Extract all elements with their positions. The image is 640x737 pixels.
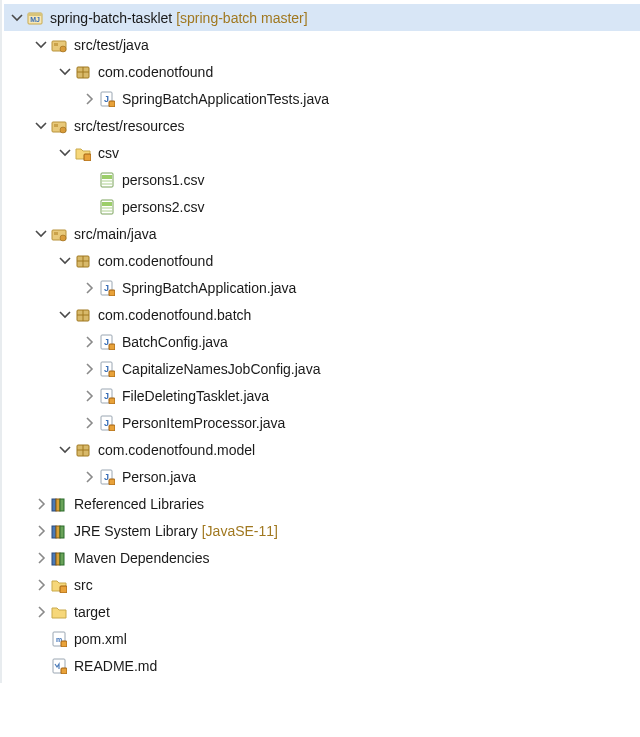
chevron-right-icon[interactable] — [34, 497, 48, 511]
package-icon — [74, 441, 92, 459]
java-file-icon — [98, 414, 116, 432]
tree-label: PersonItemProcessor.java — [122, 415, 285, 431]
tree-label: FileDeletingTasklet.java — [122, 388, 269, 404]
library-icon — [50, 495, 68, 513]
java-file[interactable]: Person.java — [4, 463, 640, 490]
maven-dependencies[interactable]: Maven Dependencies — [4, 544, 640, 571]
jre-system-library[interactable]: JRE System Library [JavaSE-11] — [4, 517, 640, 544]
chevron-down-icon[interactable] — [34, 227, 48, 241]
java-file-icon — [98, 90, 116, 108]
library-icon — [50, 549, 68, 567]
tree-label: JRE System Library — [74, 523, 198, 539]
csv-file-icon — [98, 171, 116, 189]
folder-icon — [50, 576, 68, 594]
tree-label: Maven Dependencies — [74, 550, 209, 566]
java-file-icon — [98, 360, 116, 378]
markdown-file-icon — [50, 657, 68, 675]
tree-label: com.codenotfound — [98, 253, 213, 269]
project-root[interactable]: spring-batch-tasklet [spring-batch maste… — [4, 4, 640, 31]
tree-label: src/test/resources — [74, 118, 184, 134]
java-file-icon — [98, 387, 116, 405]
source-folder-icon — [50, 36, 68, 54]
package-node[interactable]: com.codenotfound — [4, 58, 640, 85]
chevron-down-icon[interactable] — [34, 38, 48, 52]
chevron-right-icon[interactable] — [82, 281, 96, 295]
tree-label: src — [74, 577, 93, 593]
tree-label: persons1.csv — [122, 172, 204, 188]
referenced-libraries[interactable]: Referenced Libraries — [4, 490, 640, 517]
chevron-right-icon[interactable] — [34, 605, 48, 619]
source-folder-icon — [50, 225, 68, 243]
chevron-right-icon[interactable] — [82, 389, 96, 403]
package-explorer: spring-batch-tasklet [spring-batch maste… — [0, 0, 640, 683]
java-file-icon — [98, 333, 116, 351]
tree-label: persons2.csv — [122, 199, 204, 215]
source-folder-test-resources[interactable]: src/test/resources — [4, 112, 640, 139]
library-icon — [50, 522, 68, 540]
tree-label: CapitalizeNamesJobConfig.java — [122, 361, 320, 377]
chevron-down-icon[interactable] — [58, 254, 72, 268]
java-file[interactable]: SpringBatchApplicationTests.java — [4, 85, 640, 112]
source-folder-main-java[interactable]: src/main/java — [4, 220, 640, 247]
chevron-down-icon[interactable] — [58, 65, 72, 79]
folder-icon — [74, 144, 92, 162]
package-icon — [74, 63, 92, 81]
package-node[interactable]: com.codenotfound.batch — [4, 301, 640, 328]
chevron-down-icon[interactable] — [58, 308, 72, 322]
tree-label: com.codenotfound.model — [98, 442, 255, 458]
tree-label: SpringBatchApplicationTests.java — [122, 91, 329, 107]
java-file-icon — [98, 468, 116, 486]
java-file[interactable]: BatchConfig.java — [4, 328, 640, 355]
xml-file-icon — [50, 630, 68, 648]
chevron-down-icon[interactable] — [34, 119, 48, 133]
tree-label: csv — [98, 145, 119, 161]
chevron-right-icon[interactable] — [82, 92, 96, 106]
tree-label: com.codenotfound.batch — [98, 307, 251, 323]
git-decorator: [spring-batch master] — [176, 10, 308, 26]
tree-label: pom.xml — [74, 631, 127, 647]
jre-decorator: [JavaSE-11] — [202, 523, 278, 539]
tree-label: Referenced Libraries — [74, 496, 204, 512]
chevron-right-icon[interactable] — [34, 524, 48, 538]
folder-icon — [50, 603, 68, 621]
folder-csv[interactable]: csv — [4, 139, 640, 166]
source-folder-icon — [50, 117, 68, 135]
csv-file[interactable]: persons2.csv — [4, 193, 640, 220]
tree-label: src/test/java — [74, 37, 149, 53]
tree-label: README.md — [74, 658, 157, 674]
source-folder-test-java[interactable]: src/test/java — [4, 31, 640, 58]
chevron-right-icon[interactable] — [34, 578, 48, 592]
java-file[interactable]: FileDeletingTasklet.java — [4, 382, 640, 409]
csv-file-icon — [98, 198, 116, 216]
package-icon — [74, 306, 92, 324]
tree-label: src/main/java — [74, 226, 156, 242]
csv-file[interactable]: persons1.csv — [4, 166, 640, 193]
chevron-right-icon[interactable] — [82, 335, 96, 349]
chevron-right-icon[interactable] — [82, 362, 96, 376]
java-file[interactable]: SpringBatchApplication.java — [4, 274, 640, 301]
chevron-down-icon[interactable] — [10, 11, 24, 25]
tree-label: SpringBatchApplication.java — [122, 280, 296, 296]
java-file[interactable]: PersonItemProcessor.java — [4, 409, 640, 436]
project-icon — [26, 9, 44, 27]
chevron-down-icon[interactable] — [58, 146, 72, 160]
file-pom[interactable]: pom.xml — [4, 625, 640, 652]
java-file[interactable]: CapitalizeNamesJobConfig.java — [4, 355, 640, 382]
package-node[interactable]: com.codenotfound.model — [4, 436, 640, 463]
tree-label: Person.java — [122, 469, 196, 485]
chevron-right-icon[interactable] — [82, 470, 96, 484]
tree-label: com.codenotfound — [98, 64, 213, 80]
chevron-right-icon[interactable] — [34, 551, 48, 565]
project-name: spring-batch-tasklet — [50, 10, 172, 26]
package-icon — [74, 252, 92, 270]
java-file-icon — [98, 279, 116, 297]
folder-target[interactable]: target — [4, 598, 640, 625]
file-readme[interactable]: README.md — [4, 652, 640, 679]
chevron-down-icon[interactable] — [58, 443, 72, 457]
package-node[interactable]: com.codenotfound — [4, 247, 640, 274]
folder-src[interactable]: src — [4, 571, 640, 598]
chevron-right-icon[interactable] — [82, 416, 96, 430]
tree-label: BatchConfig.java — [122, 334, 228, 350]
tree-label: target — [74, 604, 110, 620]
